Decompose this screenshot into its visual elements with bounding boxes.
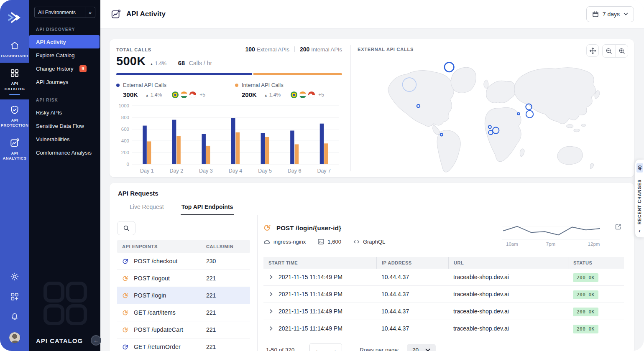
meta-graphql: GraphQL	[353, 238, 385, 245]
previous-page-button[interactable]: ←	[310, 343, 326, 351]
date-range-value: 7 days	[603, 11, 620, 18]
chevron-left-icon: ‹	[639, 228, 640, 234]
environment-expand-icon[interactable]: »	[85, 7, 95, 18]
request-row[interactable]: 2021-11-15 11:14:49 PM10.44.4.37traceabl…	[263, 320, 624, 337]
sidebar-item-vulnerabilities[interactable]: Vulnerabilities	[29, 132, 100, 146]
total-calls-change: 1.4%	[155, 61, 166, 66]
internal-apis-label: Internal APIs	[311, 46, 342, 53]
sidebar-item-api-journeys[interactable]: API Journeys	[29, 75, 100, 89]
rail-item-api-analytics[interactable]: API ANALYTICS	[0, 132, 29, 165]
rate-label: Calls / hr	[189, 60, 212, 66]
zoom-in-icon[interactable]	[615, 45, 628, 57]
settings-icon[interactable]	[10, 272, 20, 282]
overview-card: TOTAL CALLS 100 External APIs 200 Intern…	[110, 39, 634, 177]
grid-icon	[9, 68, 20, 79]
catalog-watermark-icon	[42, 280, 89, 327]
sidebar-collapse-button[interactable]: ←	[91, 335, 101, 346]
zoom-out-icon[interactable]	[603, 45, 615, 57]
internal-endpoint-icon	[122, 275, 129, 282]
sidebar-item-label: API Journeys	[36, 79, 68, 85]
recent-changes-tab[interactable]: 40 RECENT CHANGES ‹	[635, 160, 644, 237]
chevron-right-icon[interactable]	[268, 309, 273, 314]
svg-text:Day 1: Day 1	[140, 168, 154, 174]
legend-label-row: External API Calls	[116, 82, 235, 88]
request-ip: 10.44.4.37	[376, 308, 448, 315]
sidebar-item-label: Explore Catalog	[36, 52, 75, 58]
meta-label: GraphQL	[363, 239, 385, 245]
svg-text:Day 5: Day 5	[258, 168, 272, 174]
date-range-select[interactable]: 7 days	[586, 6, 634, 22]
legend-dot-icon	[116, 84, 120, 87]
sidebar-item-api-activity[interactable]: API Activity	[29, 35, 100, 48]
meta-label: ingress-nginx	[273, 239, 306, 245]
endpoints-column-calls: CALLS/MIN	[201, 244, 250, 250]
content: TOTAL CALLS 100 External APIs 200 Intern…	[100, 28, 644, 351]
request-ip: 10.44.4.37	[376, 325, 448, 332]
code-icon	[353, 238, 360, 245]
request-url: traceable-shop.dev.ai	[448, 308, 568, 315]
requests-tabs: Live RequestTop API Endpoints	[110, 201, 634, 215]
request-row[interactable]: 2021-11-15 11:14:49 PM10.44.4.37traceabl…	[263, 269, 624, 286]
endpoint-row-get-returnorder[interactable]: GET /returnOrder221	[117, 338, 250, 351]
legend-values-row: 200K▲1.4%+5	[242, 91, 342, 98]
sidebar-item-explore-catalog[interactable]: Explore Catalog	[29, 48, 100, 62]
chevron-right-icon[interactable]	[268, 292, 273, 297]
apps-plus-icon[interactable]	[10, 292, 20, 302]
chevron-right-icon[interactable]	[268, 275, 273, 280]
sidebar-item-risky-apis[interactable]: Risky APIs	[29, 106, 100, 119]
svg-text:Day 3: Day 3	[199, 168, 213, 174]
svg-text:12pm: 12pm	[588, 242, 600, 247]
rail-item-api-catalog[interactable]: API CATALOG	[0, 63, 29, 99]
next-page-button[interactable]: →	[326, 343, 342, 351]
request-row[interactable]: 2021-11-15 11:14:49 PM10.44.4.37traceabl…	[263, 303, 624, 320]
traceable-logo-icon[interactable]	[0, 0, 29, 35]
endpoint-search-input[interactable]	[117, 221, 135, 235]
endpoint-row-post-checkout[interactable]: POST /checkout230	[117, 253, 250, 270]
endpoint-row-post-logout[interactable]: POST /logout221	[117, 270, 250, 287]
environment-selector[interactable]: All Environments »	[34, 7, 95, 18]
endpoint-row-post-login[interactable]: POST /login221	[117, 287, 250, 304]
column-header-url: URL	[448, 257, 568, 269]
rail-item-dashboard[interactable]: DASHBOARD	[0, 35, 29, 63]
section-title-api-risk: API RISK	[36, 98, 94, 102]
sidebar-item-label: Vulnerabilities	[36, 136, 69, 142]
sidebar-item-sensitive-data-flow[interactable]: Sensitive Data Flow	[29, 119, 100, 132]
sidebar-item-label: Change History	[36, 66, 74, 72]
request-ip: 10.44.4.37	[376, 274, 448, 280]
daily-calls-bar-chart: 02004006008001000Day 1Day 2Day 3Day 4Day…	[116, 102, 342, 176]
pan-icon[interactable]	[586, 44, 599, 57]
sidebar-item-comformance-analysis[interactable]: Comformance Analysis	[29, 146, 100, 159]
chevron-right-icon[interactable]	[268, 326, 273, 331]
world-map	[356, 57, 630, 177]
endpoint-name: GET /cart/items	[134, 309, 201, 316]
bell-icon[interactable]	[10, 312, 20, 322]
start-time-value: 2021-11-15 11:14:49 PM	[279, 274, 342, 280]
endpoint-row-get-cart-items[interactable]: GET /cart/items221	[117, 304, 250, 321]
icon-rail: DASHBOARDAPI CATALOGAPI PROTECTIONAPI AN…	[0, 0, 29, 351]
external-endpoint-icon	[122, 343, 129, 351]
api-requests-card: API Requests Live RequestTop API Endpoin…	[110, 183, 634, 351]
status-badge: 200 OK	[573, 273, 598, 282]
status-badge: 200 OK	[573, 308, 598, 316]
user-avatar[interactable]	[9, 332, 20, 343]
rows-per-page-value: 20	[412, 347, 419, 351]
rail-item-label: API PROTECTION	[1, 118, 28, 128]
rows-per-page-select[interactable]: 20	[407, 344, 436, 351]
request-row[interactable]: 2021-11-15 11:14:49 PM10.44.4.37traceabl…	[263, 286, 624, 303]
endpoint-calls-per-min: 221	[201, 326, 250, 333]
internal-endpoint-icon	[263, 224, 272, 232]
sidebar-item-change-history[interactable]: Change History9	[29, 62, 100, 75]
legend-label-row: Internal API Calls	[235, 82, 342, 88]
tab-top-api-endpoints[interactable]: Top API Endpoints	[181, 201, 234, 215]
rail-item-api-protection[interactable]: API PROTECTION	[0, 99, 29, 132]
endpoint-row-post-updatecart[interactable]: POST /updateCart221	[117, 321, 250, 338]
tab-live-request[interactable]: Live Request	[129, 201, 165, 215]
map-marker-ring	[526, 110, 533, 117]
open-external-icon[interactable]	[614, 223, 622, 231]
legend-label: Internal API Calls	[242, 82, 284, 88]
svg-text:600: 600	[121, 127, 129, 132]
cloud-icon	[263, 238, 271, 245]
endpoints-column-name: API ENPOINTS	[117, 244, 201, 249]
environment-selector-label: All Environments	[35, 10, 85, 15]
rate-value: 68	[178, 60, 185, 66]
